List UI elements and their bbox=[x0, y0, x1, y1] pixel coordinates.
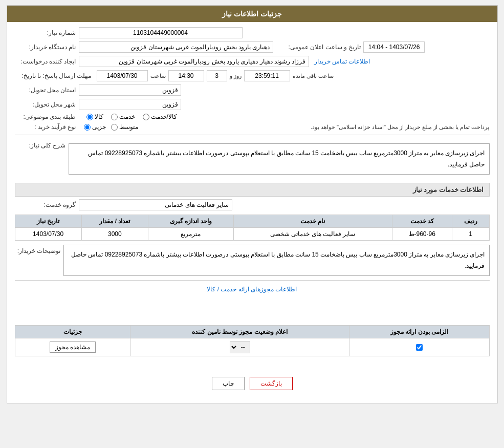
permits-row: -- مشاهده مجوز bbox=[15, 338, 489, 356]
services-section-title: اطلاعات خدمات مورد نیاز bbox=[413, 186, 484, 194]
category-khedmat-radio[interactable] bbox=[111, 114, 118, 120]
need-number-input[interactable] bbox=[79, 27, 243, 38]
cell-row: 1 bbox=[452, 228, 489, 241]
col-unit: واحد اندازه گیری bbox=[148, 215, 233, 228]
cell-date: 1403/07/30 bbox=[15, 228, 81, 241]
creator-input[interactable] bbox=[79, 56, 309, 67]
category-kala-khedmat-radio[interactable] bbox=[143, 114, 149, 120]
deadline-row: ساعت باقی مانده 23:59:11 روز و 3 14:30 س… bbox=[15, 70, 490, 81]
category-kala-label: کالا bbox=[95, 113, 103, 120]
city-label: شهر محل تحویل: bbox=[15, 101, 76, 108]
back-button[interactable]: بازگشت bbox=[250, 377, 293, 390]
category-kala-radio[interactable] bbox=[86, 114, 93, 120]
permits-status-cell: -- bbox=[130, 338, 349, 356]
province-input[interactable] bbox=[79, 84, 181, 96]
creator-label: ایجاد کننده درخواست: bbox=[15, 58, 76, 65]
category-kala[interactable]: کالا bbox=[86, 113, 103, 120]
need-number-row: شماره نیاز: bbox=[15, 27, 490, 38]
cell-code: 960-96-ط bbox=[392, 228, 452, 241]
permits-section: اطلاعات مجوزهای ارائه خدمت / کالا الزامی… bbox=[15, 286, 490, 356]
process-mutawasset[interactable]: متوسط bbox=[111, 123, 138, 131]
deadline-time: 14:30 bbox=[168, 70, 204, 81]
process-jozii-radio[interactable] bbox=[84, 124, 91, 131]
col-name: نام خدمت bbox=[233, 215, 392, 228]
category-row: کالا/خدمت خدمت کالا طبقه بندی موضوعی: bbox=[15, 113, 490, 120]
services-section-header: اطلاعات خدمات مورد نیاز bbox=[15, 183, 490, 197]
province-label: استان محل تحویل: bbox=[15, 87, 76, 94]
process-label: نوع فرآیند خرید : bbox=[15, 123, 76, 131]
process-note: پرداخت تمام یا بخشی از مبلغ خریدار از مح… bbox=[154, 124, 490, 131]
description-label: شرح کلی نیاز: bbox=[15, 139, 66, 149]
creator-row: اطلاعات تماس خریدار ایجاد کننده درخواست: bbox=[15, 56, 490, 67]
permits-required-checkbox[interactable] bbox=[416, 344, 423, 351]
time-label: ساعت bbox=[150, 73, 166, 79]
buyer-label: نام دستگاه خریدار: bbox=[15, 44, 76, 51]
cell-name: سایر فعالیت های خدماتی شخصی bbox=[233, 228, 392, 241]
bottom-buttons: بازگشت چاپ bbox=[15, 377, 490, 390]
remaining-time: 23:59:11 bbox=[244, 70, 290, 81]
permits-required-cell bbox=[349, 338, 489, 356]
hours-remaining-label: ساعت باقی مانده bbox=[293, 73, 334, 79]
cell-unit: مترمربع bbox=[148, 228, 233, 241]
category-kala-khedmat[interactable]: کالا/خدمت bbox=[143, 113, 177, 120]
group-row: گروه خدمت: bbox=[15, 199, 490, 210]
category-khedmat[interactable]: خدمت bbox=[111, 113, 135, 120]
process-jozii[interactable]: جزیی bbox=[84, 123, 106, 131]
description-text: اجرای زیرسازی معابر به متراز 3000مترمربع… bbox=[88, 150, 485, 168]
group-input[interactable] bbox=[79, 199, 232, 210]
services-table: ردیف کد خدمت نام خدمت واحد اندازه گیری ت… bbox=[15, 215, 490, 241]
buyer-input[interactable] bbox=[79, 41, 273, 53]
city-input[interactable] bbox=[79, 99, 181, 110]
description-row: اجرای زیرسازی معابر به متراز 3000مترمربع… bbox=[15, 139, 490, 179]
col-row: ردیف bbox=[452, 215, 489, 228]
category-kala-khedmat-label: کالا/خدمت bbox=[151, 113, 177, 120]
view-permit-button[interactable]: مشاهده مجوز bbox=[50, 342, 96, 353]
permits-col-details: جزئیات bbox=[15, 326, 130, 338]
table-row: 1 960-96-ط سایر فعالیت های خدماتی شخصی م… bbox=[15, 228, 489, 241]
province-row: استان محل تحویل: bbox=[15, 84, 490, 96]
process-mutawasset-radio[interactable] bbox=[111, 124, 118, 131]
permits-col-status: اعلام وضعیت مجوز توسط نامین کننده bbox=[130, 326, 349, 338]
public-date-label: تاریخ و ساعت اعلان عمومی: bbox=[289, 44, 361, 51]
col-qty: تعداد / مقدار bbox=[81, 215, 148, 228]
days-label: روز و bbox=[230, 73, 242, 79]
print-button[interactable]: چاپ bbox=[212, 377, 245, 390]
public-date-input[interactable] bbox=[363, 41, 425, 53]
deadline-label: مهلت ارسال پاسخ: تا تاریخ: bbox=[15, 72, 92, 79]
buyer-notes-box: اجرای زیرسازی معابر به متراز 3000مترمربع… bbox=[63, 245, 490, 276]
group-label: گروه خدمت: bbox=[15, 201, 76, 208]
date-buyer-row: تاریخ و ساعت اعلان عمومی: نام دستگاه خری… bbox=[15, 41, 490, 53]
col-date: تاریخ نیاز bbox=[15, 215, 81, 228]
process-jozii-label: جزیی bbox=[92, 123, 106, 131]
category-khedmat-label: خدمت bbox=[119, 113, 135, 120]
buyer-notes-row: اجرای زیرسازی معابر به متراز 3000مترمربع… bbox=[15, 245, 490, 276]
description-box: اجرای زیرسازی معابر به متراز 3000مترمربع… bbox=[69, 143, 490, 175]
contact-link[interactable]: اطلاعات تماس خریدار bbox=[314, 58, 370, 65]
city-row: شهر محل تحویل: bbox=[15, 99, 490, 110]
buyer-notes-label: توضیحات خریدار: bbox=[15, 245, 61, 254]
divider-2 bbox=[15, 280, 490, 281]
need-number-label: شماره نیاز: bbox=[15, 29, 76, 36]
permits-details-cell: مشاهده مجوز bbox=[15, 338, 130, 356]
category-label: طبقه بندی موضوعی: bbox=[15, 113, 76, 120]
page-header: جزئیات اطلاعات نیاز bbox=[7, 6, 497, 22]
permits-link[interactable]: اطلاعات مجوزهای ارائه خدمت / کالا bbox=[15, 286, 490, 293]
permits-col-required: الزامی بودن ارائه مجوز bbox=[349, 326, 489, 338]
divider-1 bbox=[15, 135, 490, 135]
buyer-notes-text: اجرای زیرسازی معابر به متراز 3000مترمربع… bbox=[71, 251, 485, 269]
process-row: پرداخت تمام یا بخشی از مبلغ خریدار از مح… bbox=[15, 123, 490, 131]
deadline-date: 1403/07/30 bbox=[97, 70, 148, 81]
permits-status-select[interactable]: -- bbox=[230, 341, 250, 353]
process-mutawasset-label: متوسط bbox=[119, 123, 138, 131]
col-code: کد خدمت bbox=[392, 215, 452, 228]
page-title: جزئیات اطلاعات نیاز bbox=[222, 10, 282, 18]
deadline-days: 3 bbox=[207, 70, 227, 81]
cell-qty: 3000 bbox=[81, 228, 148, 241]
permits-table: الزامی بودن ارائه مجوز اعلام وضعیت مجوز … bbox=[15, 325, 490, 356]
